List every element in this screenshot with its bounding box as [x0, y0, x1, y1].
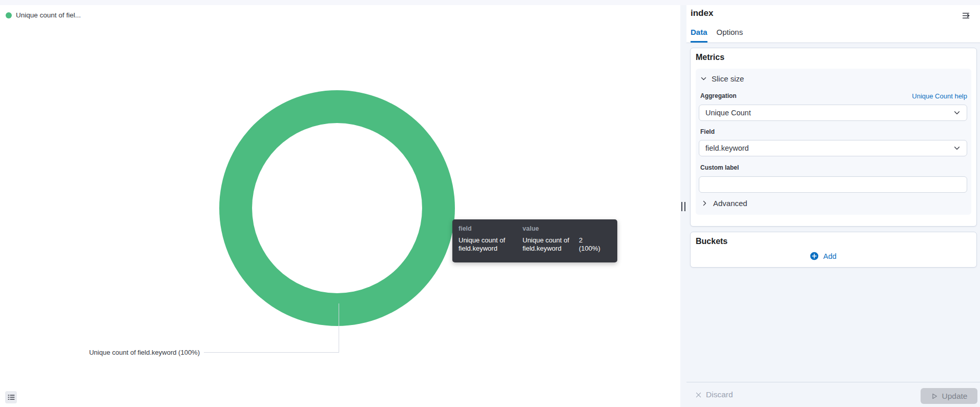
custom-label-input[interactable] [699, 176, 967, 193]
slice-callout-line-horizontal [204, 352, 339, 353]
kibana-visualize-editor: Unique count of fiel... Unique count of … [0, 0, 980, 407]
sidebar-header: index Data Options [686, 5, 980, 43]
page-top-strip [0, 0, 980, 5]
metrics-card: Metrics Slice size Aggregation Unique Co… [690, 48, 977, 227]
custom-label-label: Custom label [700, 164, 739, 171]
field-select[interactable]: field.keyword [699, 140, 967, 156]
slice-size-label: Slice size [712, 74, 744, 83]
buckets-heading: Buckets [696, 237, 727, 246]
slice-size-accordion-toggle[interactable]: Slice size [700, 74, 744, 83]
chevron-down-icon [700, 75, 707, 82]
sidebar-footer: Discard Update [686, 382, 980, 407]
advanced-accordion-toggle[interactable]: Advanced [701, 199, 747, 208]
tooltip-field-cell: Unique count of field.keyword [458, 236, 523, 252]
unique-count-help-link[interactable]: Unique Count help [912, 92, 967, 100]
tab-data[interactable]: Data [691, 28, 707, 43]
play-icon [931, 393, 938, 400]
plus-in-circle-icon [810, 252, 819, 260]
sidebar-resize-handle[interactable] [681, 202, 685, 211]
metrics-heading: Metrics [696, 53, 724, 62]
index-pattern-title: index [691, 8, 713, 18]
buckets-card: Buckets Add [690, 232, 977, 268]
tooltip-header-value: value [523, 225, 579, 232]
slice-callout-line-vertical [339, 303, 339, 353]
chart-legend-item[interactable]: Unique count of fiel... [6, 11, 81, 19]
field-label: Field [700, 128, 715, 135]
cross-icon [695, 392, 702, 398]
tab-options[interactable]: Options [717, 28, 743, 43]
discard-label: Discard [706, 390, 733, 399]
slice-size-accordion: Slice size Aggregation Unique Count help… [696, 69, 971, 215]
update-label: Update [942, 392, 968, 401]
discard-button[interactable]: Discard [695, 390, 733, 399]
field-select-value: field.keyword [705, 144, 953, 152]
menu-right-icon [962, 11, 971, 20]
update-button[interactable]: Update [921, 388, 977, 404]
tooltip-value-label-cell: Unique count of field.keyword [523, 236, 579, 252]
sidebar-tabs: Data Options [691, 28, 743, 43]
legend-toggle-button[interactable] [5, 391, 17, 403]
aggregation-label: Aggregation [700, 92, 737, 99]
slice-callout-label: Unique count of field.keyword (100%) [51, 349, 200, 356]
aggregation-select[interactable]: Unique Count [699, 105, 967, 121]
legend-color-dot [6, 12, 12, 18]
chart-tooltip: field value Unique count of field.keywor… [452, 219, 617, 262]
chart-panel: Unique count of fiel... Unique count of … [0, 5, 680, 407]
list-icon [8, 394, 15, 401]
legend-label: Unique count of fiel... [16, 11, 81, 19]
advanced-label: Advanced [713, 199, 747, 208]
chevron-down-icon [953, 109, 961, 116]
collapse-sidebar-button[interactable] [961, 10, 972, 23]
add-bucket-label: Add [823, 252, 837, 260]
donut-hole [252, 123, 422, 293]
aggregation-select-value: Unique Count [705, 109, 953, 117]
add-bucket-button[interactable]: Add [810, 252, 837, 260]
tooltip-header-field: field [458, 225, 523, 232]
sidebar-body: Metrics Slice size Aggregation Unique Co… [686, 43, 980, 382]
chevron-down-icon [953, 145, 961, 152]
tooltip-value-number-cell: 2 (100%) [579, 236, 611, 252]
chevron-right-icon [701, 200, 708, 207]
donut-slice[interactable] [219, 90, 455, 326]
